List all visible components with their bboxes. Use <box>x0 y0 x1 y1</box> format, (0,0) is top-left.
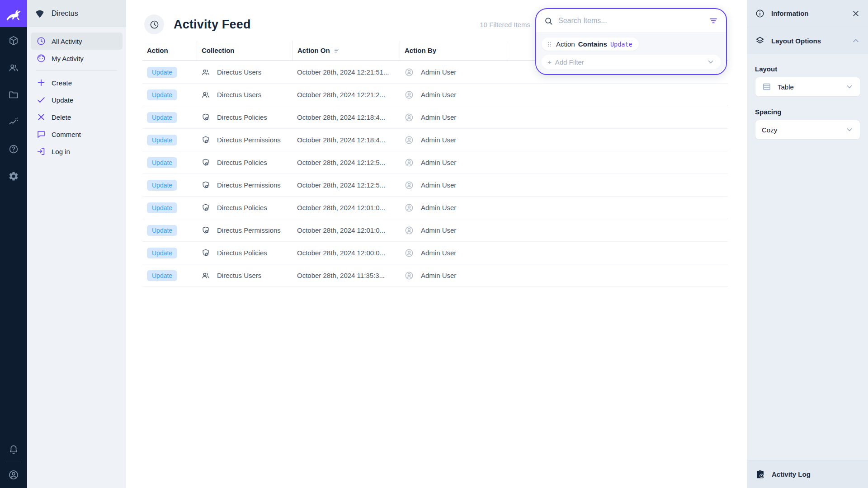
add-filter-button[interactable]: + Add Filter <box>542 55 721 69</box>
nav-sidebar: Directus All Activity My Activity Create… <box>27 0 126 488</box>
policy-collection-icon <box>201 181 210 190</box>
insights-module-icon[interactable] <box>8 117 19 127</box>
user-avatar-icon <box>404 203 414 213</box>
content-module-icon[interactable] <box>8 35 19 46</box>
table-row[interactable]: Update Directus Permissions October 28th… <box>142 219 728 242</box>
user-avatar-icon <box>404 248 414 258</box>
drag-handle-icon[interactable] <box>546 41 553 48</box>
face-icon <box>36 53 46 63</box>
cell-action-on: October 28th, 2024 12:18:4... <box>292 106 400 128</box>
cell-spacer <box>507 129 728 151</box>
directus-logo[interactable] <box>0 0 27 27</box>
nav-item-my-activity[interactable]: My Activity <box>31 50 123 67</box>
check-icon <box>36 95 46 105</box>
page-title-icon-circle <box>144 14 164 34</box>
table-row[interactable]: Update Directus Users October 28th, 2024… <box>142 84 728 106</box>
information-title: Information <box>771 9 809 17</box>
table-row[interactable]: Update Directus Permissions October 28th… <box>142 174 728 197</box>
chevron-down-icon <box>845 126 854 134</box>
cell-action-on: October 28th, 2024 12:00:0... <box>292 242 400 264</box>
column-header-action-by[interactable]: Action By <box>400 41 507 60</box>
table-row[interactable]: Update Directus Policies October 28th, 2… <box>142 106 728 129</box>
column-header-collection[interactable]: Collection <box>197 41 292 60</box>
user-avatar-icon <box>404 271 414 281</box>
user-avatar-icon[interactable] <box>8 469 19 481</box>
settings-module-icon[interactable] <box>8 171 19 182</box>
help-module-icon[interactable] <box>8 144 19 155</box>
module-bar-bottom <box>6 444 21 488</box>
table-row[interactable]: Update Directus Policies October 28th, 2… <box>142 197 728 219</box>
chevron-up-icon[interactable] <box>851 36 860 45</box>
table-row[interactable]: Update Directus Policies October 28th, 2… <box>142 151 728 174</box>
info-circle-icon <box>755 9 765 19</box>
nav-item-all-activity[interactable]: All Activity <box>31 33 123 50</box>
column-label: Collection <box>202 47 235 54</box>
action-badge: Update <box>147 112 177 123</box>
user-avatar-icon <box>404 135 414 145</box>
module-bar-divider <box>6 462 21 462</box>
activity-log-button[interactable]: Activity Log <box>747 460 868 488</box>
notifications-bell-icon[interactable] <box>8 444 19 455</box>
cell-spacer <box>507 151 728 174</box>
plus-icon <box>36 78 46 88</box>
table-icon <box>762 82 772 92</box>
column-header-action-on[interactable]: Action On <box>292 41 400 60</box>
action-badge: Update <box>147 135 177 145</box>
close-sidebar-icon[interactable] <box>851 9 860 18</box>
layout-options-body: Layout Table Spacing Cozy <box>747 54 868 460</box>
layout-options-section-header[interactable]: Layout Options <box>747 27 868 54</box>
table-row[interactable]: Update Directus Users October 28th, 2024… <box>142 264 728 287</box>
column-label: Action By <box>405 47 436 54</box>
chevron-down-icon <box>707 58 715 66</box>
filter-lines-icon[interactable] <box>708 16 718 26</box>
cell-action-on: October 28th, 2024 12:21:51... <box>292 61 400 83</box>
nav-item-label: All Activity <box>52 38 82 45</box>
cell-action: Update <box>142 151 197 174</box>
table-row[interactable]: Update Directus Permissions October 28th… <box>142 129 728 151</box>
close-icon <box>36 112 46 122</box>
information-section-header[interactable]: Information <box>747 0 868 27</box>
layout-select-value: Table <box>778 83 794 91</box>
nav-item-create[interactable]: Create <box>31 74 123 91</box>
main-content: Activity Feed 10 Filtered Items Action C… <box>126 0 747 488</box>
action-badge: Update <box>147 225 177 236</box>
cell-collection: Directus Users <box>197 264 292 286</box>
users-collection-icon <box>201 271 210 280</box>
table-row[interactable]: Update Directus Policies October 28th, 2… <box>142 242 728 264</box>
chevron-down-icon <box>845 83 854 91</box>
action-on-timestamp: October 28th, 2024 12:01:0... <box>297 226 385 234</box>
action-by-user: Admin User <box>421 181 456 189</box>
action-on-timestamp: October 28th, 2024 12:18:4... <box>297 136 385 144</box>
cell-collection: Directus Users <box>197 61 292 83</box>
cell-spacer <box>507 106 728 128</box>
cell-collection: Directus Permissions <box>197 174 292 196</box>
cell-action-by: Admin User <box>400 264 507 286</box>
project-header[interactable]: Directus <box>27 0 126 27</box>
user-avatar-icon <box>404 67 414 77</box>
cell-spacer <box>507 242 728 264</box>
cell-collection: Directus Policies <box>197 106 292 128</box>
users-module-icon[interactable] <box>8 62 19 73</box>
layout-select[interactable]: Table <box>755 77 860 97</box>
filter-chip[interactable]: Action Contains Update <box>542 38 639 51</box>
page-title: Activity Feed <box>174 18 251 32</box>
nav-item-label: Delete <box>52 113 71 121</box>
action-on-timestamp: October 28th, 2024 12:01:0... <box>297 204 385 211</box>
cell-action-by: Admin User <box>400 61 507 83</box>
action-on-timestamp: October 28th, 2024 12:21:2... <box>297 91 385 99</box>
user-avatar-icon <box>404 225 414 235</box>
column-header-action[interactable]: Action <box>142 41 197 60</box>
action-by-user: Admin User <box>421 249 456 257</box>
search-input[interactable] <box>558 17 703 25</box>
cell-action-by: Admin User <box>400 197 507 219</box>
nav-item-log-in[interactable]: Log in <box>31 143 123 160</box>
nav-item-update[interactable]: Update <box>31 91 123 108</box>
nav-item-delete[interactable]: Delete <box>31 108 123 126</box>
nav-item-comment[interactable]: Comment <box>31 126 123 143</box>
spacing-select[interactable]: Cozy <box>755 120 860 140</box>
spacing-select-value: Cozy <box>762 126 777 134</box>
files-module-icon[interactable] <box>8 89 19 100</box>
cell-action-on: October 28th, 2024 12:12:5... <box>292 174 400 196</box>
table-body: Update Directus Users October 28th, 2024… <box>142 61 728 287</box>
action-badge: Update <box>147 67 177 78</box>
